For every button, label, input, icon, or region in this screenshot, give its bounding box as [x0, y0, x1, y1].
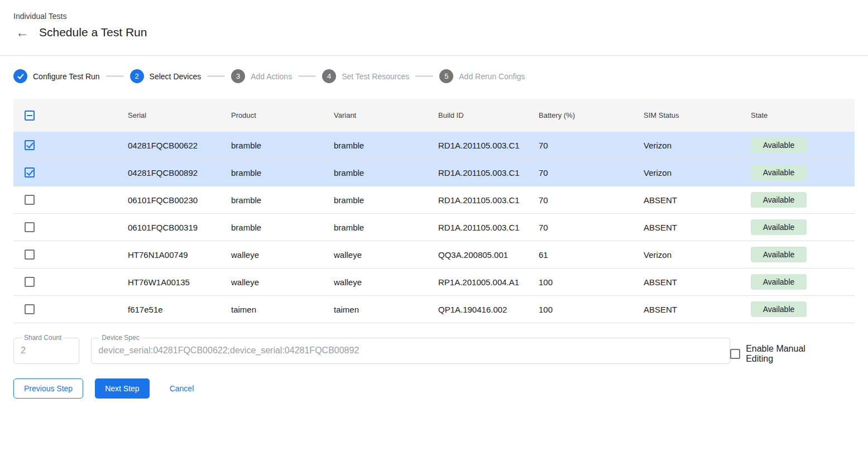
column-header-serial: Serial [119, 111, 223, 119]
cell-sim: Verizon [635, 168, 742, 178]
row-checkbox[interactable] [25, 250, 35, 260]
step-add-rerun-configs[interactable]: 5 Add Rerun Configs [439, 69, 525, 83]
device-table-row[interactable]: HT76W1A00135 walleye walleye RP1A.201005… [13, 268, 855, 296]
device-table-row[interactable]: 06101FQCB00230 bramble bramble RD1A.2011… [13, 186, 855, 214]
row-checkbox[interactable] [25, 304, 35, 314]
column-header-state: State [742, 111, 855, 119]
cell-build-id: RD1A.201105.003.C1 [430, 168, 530, 178]
shard-count-label: Shard Count [22, 334, 64, 342]
cell-sim: ABSENT [635, 305, 742, 314]
previous-step-button[interactable]: Previous Step [13, 378, 83, 399]
cell-product: walleye [223, 250, 325, 260]
device-table-row[interactable]: 04281FQCB00622 bramble bramble RD1A.2011… [13, 132, 855, 159]
device-spec-label: Device Spec [99, 334, 141, 342]
device-table: Serial Product Variant Build ID Battery … [13, 99, 855, 323]
column-header-variant: Variant [325, 111, 430, 119]
cell-battery: 100 [530, 277, 635, 287]
cell-serial: 06101FQCB00230 [119, 195, 223, 205]
row-checkbox[interactable] [25, 140, 35, 150]
cell-variant: bramble [325, 223, 430, 232]
cell-battery: 70 [530, 168, 635, 178]
shard-count-value: 2 [21, 345, 72, 356]
cell-build-id: QQ3A.200805.001 [430, 250, 530, 260]
back-arrow-icon[interactable]: ← [16, 26, 29, 39]
cell-product: bramble [223, 223, 325, 232]
cell-build-id: RD1A.201105.003.C1 [430, 195, 530, 205]
state-badge: Available [751, 247, 807, 262]
cell-build-id: QP1A.190416.002 [430, 305, 530, 314]
state-badge: Available [751, 274, 807, 290]
cell-product: bramble [223, 168, 325, 178]
cell-variant: walleye [325, 277, 430, 287]
step-add-actions[interactable]: 3 Add Actions [231, 69, 292, 83]
manual-editing-checkbox[interactable] [730, 349, 740, 359]
step-5-circle: 5 [439, 69, 453, 83]
device-spec-form: Shard Count 2 Device Spec device_serial:… [13, 334, 855, 364]
device-spec-field[interactable]: Device Spec device_serial:04281FQCB00622… [91, 334, 730, 364]
breadcrumb: Individual Tests [13, 12, 855, 21]
enable-manual-editing[interactable]: Enable Manual Editing [730, 344, 835, 364]
step-select-devices[interactable]: 2 Select Devices [130, 69, 202, 83]
state-badge: Available [751, 301, 807, 317]
column-header-product: Product [223, 111, 325, 119]
cell-battery: 70 [530, 195, 635, 205]
cell-variant: bramble [325, 141, 430, 150]
cell-product: bramble [223, 141, 325, 150]
cell-variant: taimen [325, 305, 430, 314]
cancel-button[interactable]: Cancel [160, 378, 204, 399]
action-buttons: Previous Step Next Step Cancel [13, 378, 855, 399]
cell-build-id: RD1A.201105.003.C1 [430, 141, 530, 150]
cell-serial: 04281FQCB00892 [119, 168, 223, 178]
step-configure-test-run[interactable]: Configure Test Run [13, 69, 100, 83]
stepper-connector [106, 75, 124, 77]
device-table-row[interactable]: f617e51e taimen taimen QP1A.190416.002 1… [13, 296, 855, 323]
shard-count-field[interactable]: Shard Count 2 [13, 334, 79, 364]
cell-battery: 100 [530, 305, 635, 314]
cell-serial: 06101FQCB00319 [119, 223, 223, 232]
device-table-row[interactable]: HT76N1A00749 walleye walleye QQ3A.200805… [13, 241, 855, 268]
page-header: Individual Tests ← Schedule a Test Run [0, 0, 868, 56]
state-badge: Available [751, 137, 807, 153]
stepper: Configure Test Run 2 Select Devices 3 Ad… [13, 69, 855, 84]
stepper-connector [207, 75, 225, 77]
row-checkbox[interactable] [25, 222, 35, 232]
step-set-test-resources[interactable]: 4 Set Test Resources [322, 69, 409, 83]
cell-battery: 61 [530, 250, 635, 260]
next-step-button[interactable]: Next Step [95, 378, 149, 399]
cell-build-id: RP1A.201005.004.A1 [430, 277, 530, 287]
column-header-battery: Battery (%) [530, 111, 635, 119]
device-table-row[interactable]: 06101FQCB00319 bramble bramble RD1A.2011… [13, 214, 855, 241]
step-2-label: Select Devices [150, 72, 202, 81]
row-checkbox[interactable] [25, 167, 35, 178]
cell-battery: 70 [530, 141, 635, 150]
page-title: Schedule a Test Run [39, 26, 147, 39]
cell-variant: bramble [325, 195, 430, 205]
column-header-sim: SIM Status [635, 111, 742, 119]
cell-serial: HT76N1A00749 [119, 250, 223, 260]
state-badge: Available [751, 192, 807, 208]
cell-variant: walleye [325, 250, 430, 260]
cell-sim: ABSENT [635, 195, 742, 205]
step-1-check-icon [13, 69, 27, 83]
select-all-checkbox[interactable] [25, 111, 35, 121]
step-4-label: Set Test Resources [342, 72, 409, 81]
cell-sim: ABSENT [635, 223, 742, 232]
device-table-header: Serial Product Variant Build ID Battery … [13, 99, 855, 132]
cell-serial: 04281FQCB00622 [119, 141, 223, 150]
manual-editing-label: Enable Manual Editing [746, 344, 835, 364]
state-badge: Available [751, 165, 807, 180]
row-checkbox[interactable] [25, 277, 35, 287]
step-3-label: Add Actions [251, 72, 292, 81]
row-checkbox[interactable] [25, 195, 35, 205]
cell-build-id: RD1A.201105.003.C1 [430, 223, 530, 232]
device-spec-value: device_serial:04281FQCB00622;device_seri… [98, 345, 723, 356]
cell-sim: ABSENT [635, 277, 742, 287]
cell-sim: Verizon [635, 250, 742, 260]
device-table-body: 04281FQCB00622 bramble bramble RD1A.2011… [13, 132, 855, 323]
cell-product: bramble [223, 195, 325, 205]
stepper-connector [298, 75, 316, 77]
device-table-row[interactable]: 04281FQCB00892 bramble bramble RD1A.2011… [13, 159, 855, 186]
column-header-build-id: Build ID [430, 111, 530, 119]
cell-product: walleye [223, 277, 325, 287]
cell-product: taimen [223, 305, 325, 314]
